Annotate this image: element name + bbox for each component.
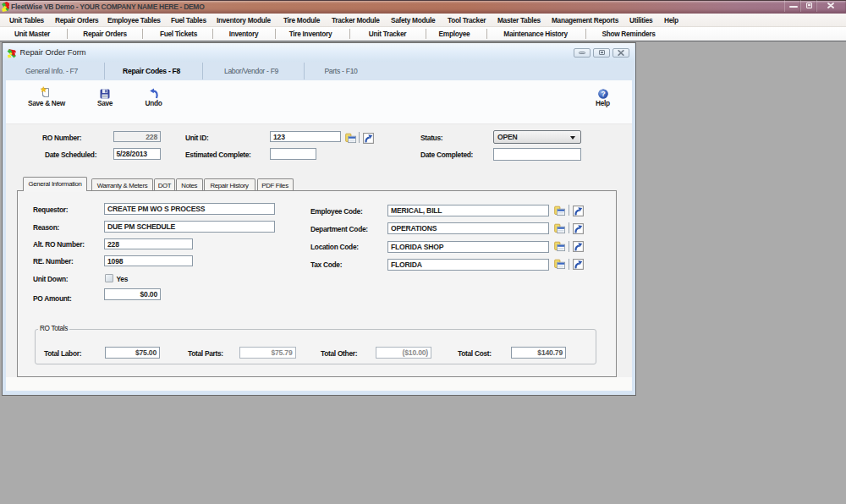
- svg-text:?: ?: [601, 90, 605, 98]
